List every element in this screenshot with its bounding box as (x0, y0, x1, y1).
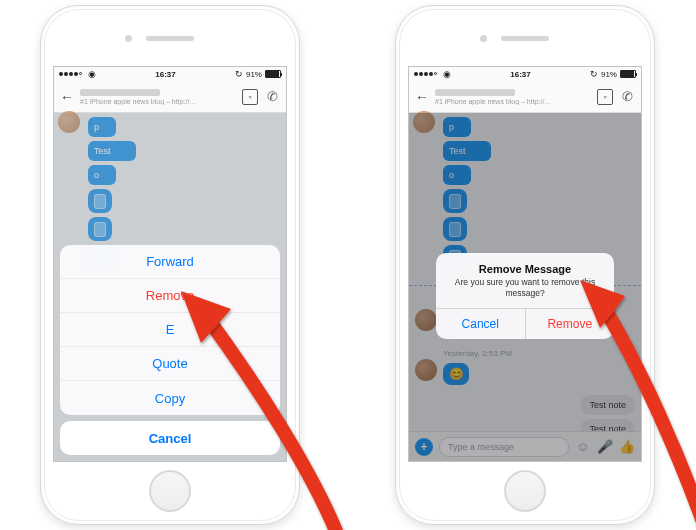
clock-label: 16:37 (155, 70, 175, 79)
alert-buttons: Cancel Remove (436, 308, 614, 339)
back-button[interactable]: ← (60, 89, 74, 105)
action-quote[interactable]: Quote (60, 347, 280, 381)
button-label: Remove (547, 317, 592, 331)
wifi-icon: ◉ (443, 69, 451, 79)
clock-label: 16:37 (510, 70, 530, 79)
action-label: Forward (146, 254, 194, 269)
action-label: Copy (155, 391, 185, 406)
speaker-grill (146, 36, 194, 41)
chat-body: p Test o Yesterday, 2:53 PM 😊 Test note … (409, 113, 641, 461)
battery-icon (265, 70, 281, 78)
button-label: Cancel (462, 317, 499, 331)
action-label: E (166, 322, 175, 337)
battery-pct: 91% (601, 70, 617, 79)
alert-message: Are you sure you want to remove this mes… (436, 277, 614, 308)
action-label: Remove (146, 288, 194, 303)
alert-cancel-button[interactable]: Cancel (436, 309, 526, 339)
screen-right: ◉ 16:37 ↻ 91% ← #1 iPhone apple news blo… (408, 66, 642, 462)
chat-header: ← #1 iPhone apple news blog – http://… ▫… (409, 81, 641, 113)
action-cancel[interactable]: Cancel (60, 421, 280, 455)
status-bar: ◉ 16:37 ↻ 91% (54, 67, 286, 81)
screen-left: ◉ 16:37 ↻ 91% ← #1 iPhone apple news blo… (53, 66, 287, 462)
chat-subtitle: #1 iPhone apple news blog – http://… (435, 98, 591, 105)
voice-call-icon[interactable]: ✆ (619, 89, 635, 105)
action-sheet-options: Forward Remove E Quote Copy (60, 245, 280, 415)
action-label: Cancel (149, 431, 192, 446)
status-bar: ◉ 16:37 ↻ 91% (409, 67, 641, 81)
action-forward[interactable]: Forward (60, 245, 280, 279)
action-sheet: Forward Remove E Quote Copy Cancel (60, 245, 280, 455)
video-call-icon[interactable]: ▫ (242, 89, 258, 105)
action-label: Quote (152, 356, 187, 371)
chat-title-redacted (80, 89, 160, 96)
confirm-alert: Remove Message Are you sure you want to … (436, 253, 614, 339)
wifi-icon: ◉ (88, 69, 96, 79)
home-button[interactable] (149, 470, 191, 512)
back-button[interactable]: ← (415, 89, 429, 105)
action-copy[interactable]: Copy (60, 381, 280, 415)
signal-dots-icon (59, 72, 82, 76)
battery-icon (620, 70, 636, 78)
battery-pct: 91% (246, 70, 262, 79)
rotation-lock-icon: ↻ (235, 69, 243, 79)
chat-body: p Test o Forward Remove E Quote Copy Can… (54, 113, 286, 461)
chat-title-redacted (435, 89, 515, 96)
action-remove[interactable]: Remove (60, 279, 280, 313)
alert-remove-button[interactable]: Remove (526, 309, 615, 339)
alert-title: Remove Message (436, 253, 614, 277)
chat-header: ← #1 iPhone apple news blog – http://… ▫… (54, 81, 286, 113)
front-camera (125, 35, 132, 42)
action-edit[interactable]: E (60, 313, 280, 347)
signal-dots-icon (414, 72, 437, 76)
phone-device-left: ◉ 16:37 ↻ 91% ← #1 iPhone apple news blo… (40, 5, 300, 525)
home-button[interactable] (504, 470, 546, 512)
rotation-lock-icon: ↻ (590, 69, 598, 79)
front-camera (480, 35, 487, 42)
chat-subtitle: #1 iPhone apple news blog – http://… (80, 98, 236, 105)
voice-call-icon[interactable]: ✆ (264, 89, 280, 105)
speaker-grill (501, 36, 549, 41)
phone-device-right: ◉ 16:37 ↻ 91% ← #1 iPhone apple news blo… (395, 5, 655, 525)
video-call-icon[interactable]: ▫ (597, 89, 613, 105)
